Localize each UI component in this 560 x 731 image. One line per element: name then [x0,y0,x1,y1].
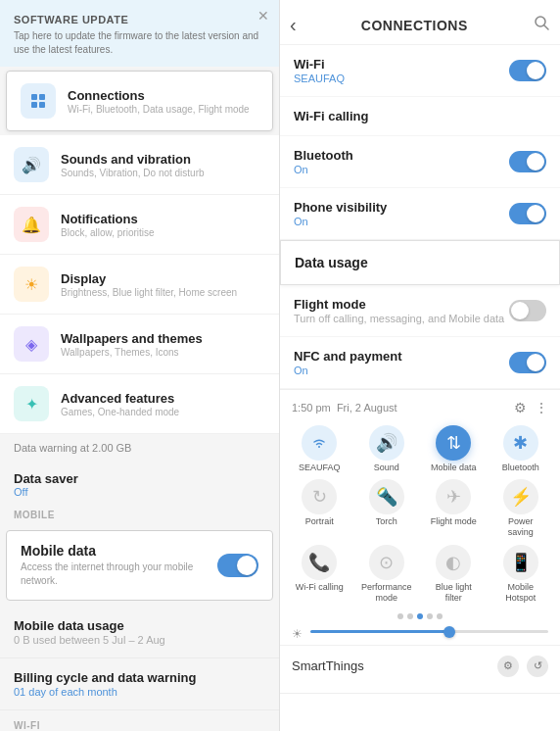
qs-flight-label: Flight mode [431,516,477,527]
qs-flight[interactable]: ✈ Flight mode [428,479,479,538]
quick-settings-bar: 1:50 pm Fri, 2 August ⚙ ⋮ SEAUFAQ [280,389,560,694]
display-icon: ☀ [14,267,49,302]
bluetooth-toggle[interactable] [509,151,546,172]
flight-mode-row[interactable]: Flight mode Turn off calling, messaging,… [280,285,560,337]
qs-performance[interactable]: ⊙ Performance mode [361,545,412,604]
qs-time-row: 1:50 pm Fri, 2 August ⚙ ⋮ [280,396,560,419]
mobile-data-sub: Access the internet through your mobile … [21,560,217,588]
mobile-data-card[interactable]: Mobile data Access the internet through … [6,530,273,601]
qs-portrait[interactable]: ↻ Portrait [294,479,345,538]
qs-power-saving[interactable]: ⚡ Power saving [495,479,546,538]
display-subtitle: Brightness, Blue light filter, Home scre… [61,287,237,298]
bluetooth-sub: On [294,164,353,175]
software-update-text: Tap here to update the firmware to the l… [14,29,265,57]
brightness-row: ☀ [280,623,560,645]
phone-visibility-row[interactable]: Phone visibility On [280,188,560,240]
wifi-calling-row[interactable]: Wi-Fi calling [280,97,560,136]
bluetooth-title: Bluetooth [294,148,353,163]
qs-hotspot[interactable]: 📱 Mobile Hotspot [495,545,546,604]
qs-bluetooth-label: Bluetooth [502,463,539,473]
qs-bluetooth-icon: ✱ [503,425,538,461]
connections-title: Connections [68,88,250,103]
menu-item-wallpapers[interactable]: ◈ Wallpapers and themes Wallpapers, Them… [0,315,279,374]
qs-items-row3: 📞 Wi-Fi calling ⊙ Performance mode ◐ Blu… [280,541,560,608]
nfc-row[interactable]: NFC and payment On [280,337,560,389]
svg-rect-2 [31,102,37,108]
qs-sound[interactable]: 🔊 Sound [361,425,412,473]
qs-wifi-calling[interactable]: 📞 Wi-Fi calling [294,545,345,604]
qs-portrait-label: Portrait [305,516,334,527]
brightness-slider-container[interactable] [310,630,548,638]
sounds-title: Sounds and vibration [61,152,205,167]
right-header: ‹ CONNECTIONS [280,0,560,45]
qs-mobile-data[interactable]: ⇅ Mobile data [428,425,479,473]
svg-rect-0 [31,94,37,100]
billing-cycle-title: Billing cycle and data warning [14,670,265,685]
svg-rect-1 [39,94,45,100]
qs-gear-icon[interactable]: ⚙ [514,400,527,415]
qs-wifi-calling-icon: 📞 [302,545,337,580]
wallpapers-icon: ◈ [14,326,49,362]
dot-3 [417,613,423,619]
mobile-data-toggle[interactable] [217,554,258,577]
pagination-dots [280,608,560,623]
menu-item-connections[interactable]: Connections Wi-Fi, Bluetooth, Data usage… [6,71,273,131]
data-usage-highlighted[interactable]: Data usage [280,240,560,285]
notifications-icon: 🔔 [14,207,49,242]
sounds-subtitle: Sounds, Vibration, Do not disturb [61,168,205,178]
qs-mobile-data-icon: ⇅ [436,425,471,461]
smartthings-row: SmartThings ⚙ ↺ [280,645,560,687]
close-icon[interactable]: ✕ [257,8,269,24]
notifications-subtitle: Block, allow, prioritise [61,227,155,238]
flight-mode-toggle[interactable] [509,300,546,321]
data-saver[interactable]: Data saver Off [0,462,279,500]
connections-subtitle: Wi-Fi, Bluetooth, Data usage, Flight mod… [68,104,250,115]
qs-sound-icon: 🔊 [369,425,404,461]
dot-5 [437,613,443,619]
billing-cycle[interactable]: Billing cycle and data warning 01 day of… [0,658,279,710]
phone-visibility-sub: On [294,216,387,227]
qs-flight-icon: ✈ [436,479,471,514]
dot-4 [427,613,433,619]
qs-bluetooth[interactable]: ✱ Bluetooth [495,425,546,473]
mobile-data-title: Mobile data [21,543,217,559]
svg-rect-3 [39,102,45,108]
billing-cycle-sub: 01 day of each month [14,686,265,698]
qs-torch[interactable]: 🔦 Torch [361,479,412,538]
search-icon[interactable] [533,14,550,36]
display-title: Display [61,271,237,286]
qs-wifi-calling-label: Wi-Fi calling [296,582,344,593]
menu-item-sounds[interactable]: 🔊 Sounds and vibration Sounds, Vibration… [0,135,279,195]
qs-wifi-icon [302,425,337,461]
bluetooth-row[interactable]: Bluetooth On [280,136,560,188]
menu-item-display[interactable]: ☀ Display Brightness, Blue light filter,… [0,255,279,315]
data-warning: Data warning at 2.00 GB [0,434,279,462]
wifi-row[interactable]: Wi-Fi SEAUFAQ [280,45,560,97]
nfc-toggle[interactable] [509,352,546,373]
back-button[interactable]: ‹ [290,14,297,36]
qs-bluelight[interactable]: ◐ Blue light filter [428,545,479,604]
qs-bluelight-label: Blue light filter [428,582,479,604]
smartthings-icon-1[interactable]: ⚙ [497,656,519,677]
wifi-toggle[interactable] [509,60,546,81]
advanced-subtitle: Games, One-handed mode [61,407,179,417]
qs-wifi[interactable]: SEAUFAQ [294,425,345,473]
smartthings-title: SmartThings [292,658,364,673]
menu-item-notifications[interactable]: 🔔 Notifications Block, allow, prioritise [0,195,279,255]
mobile-data-usage[interactable]: Mobile data usage 0 B used between 5 Jul… [0,607,279,658]
flight-mode-sub: Turn off calling, messaging, and Mobile … [294,313,504,324]
brightness-low-icon: ☀ [292,627,303,641]
smartthings-icon-2[interactable]: ↺ [527,656,548,677]
qs-hotspot-label: Mobile Hotspot [495,582,546,604]
left-panel: SOFTWARE UPDATE ✕ Tap here to update the… [0,0,280,731]
connections-page-title: CONNECTIONS [297,18,533,33]
qs-more-icon[interactable]: ⋮ [535,400,548,415]
wifi-calling-title: Wi-Fi calling [294,109,368,123]
phone-visibility-toggle[interactable] [509,203,546,224]
qs-time: 1:50 pm Fri, 2 August [292,402,397,414]
sounds-icon: 🔊 [14,147,49,182]
menu-item-advanced[interactable]: ✦ Advanced features Games, One-handed mo… [0,374,279,434]
notifications-title: Notifications [61,212,155,226]
wallpapers-subtitle: Wallpapers, Themes, Icons [61,347,203,358]
qs-power-saving-label: Power saving [495,516,546,538]
